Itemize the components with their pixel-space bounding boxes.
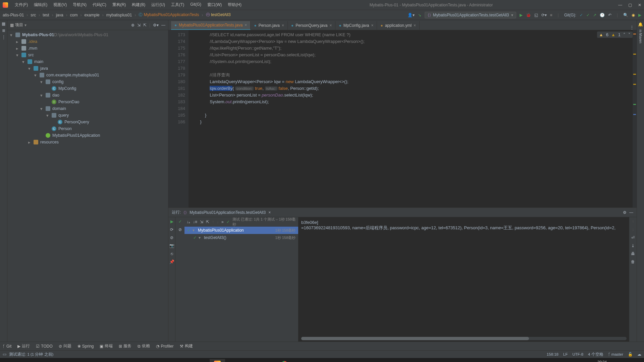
console-output[interactable]: b3fe06e]=1607369224819310593, name=后端程序员… [299, 217, 629, 342]
tree-node[interactable]: ▾Mybatis-Plus-01 D:\java\work\Mybatis-Pl… [7, 32, 168, 38]
tabs-more-button[interactable]: ⋮ [627, 25, 637, 30]
project-tool-button[interactable]: ▦ [2, 21, 5, 26]
bottom-tool-spring[interactable]: ❀Spring [77, 344, 94, 349]
vm-icon[interactable]: ▣ [243, 359, 259, 362]
sort-button[interactable]: ↓ₐ [186, 220, 190, 224]
intellij-icon[interactable] [210, 359, 225, 362]
breadcrumb-item[interactable]: atis-Plus-01 [3, 13, 24, 17]
search-everywhere-button[interactable]: 🔍 [623, 13, 628, 17]
close-tab-icon[interactable]: × [245, 23, 247, 27]
tree-node[interactable]: MybatisPlus01Application [7, 132, 168, 139]
app-icon-1[interactable]: ◉ [226, 359, 242, 362]
menu-item[interactable]: 运行(U) [149, 1, 168, 9]
menu-item[interactable]: 视图(V) [51, 1, 69, 9]
expand-all-button[interactable]: ⇲ [137, 23, 141, 27]
code-content[interactable]: //SELECT id,name,password,age,tel FROM u… [189, 30, 633, 207]
up-stack-button[interactable]: ↑ [632, 219, 634, 224]
ide-settings-button[interactable]: ◉ [632, 13, 635, 17]
menu-item[interactable]: 帮助(H) [225, 1, 244, 9]
editor-tab[interactable]: ●application.yml× [377, 21, 420, 30]
task-view-button[interactable]: ⧉ [36, 359, 51, 362]
error-stripe[interactable] [633, 30, 637, 207]
breadcrumb-item[interactable]: example [84, 13, 99, 17]
editor-tab[interactable]: ●Person.java× [251, 21, 288, 30]
editor-tab[interactable]: ●PersonQuery.java× [288, 21, 335, 30]
coverage-button[interactable]: ◱ [534, 13, 538, 17]
git-rollback-button[interactable]: ↶ [608, 13, 611, 17]
menu-item[interactable]: 导航(N) [70, 1, 89, 9]
tree-node[interactable]: ▾java [7, 65, 168, 72]
breadcrumb-item[interactable]: com [70, 13, 78, 17]
hide-button[interactable]: — [161, 23, 165, 27]
collapse-tests-button[interactable]: ⇱ [206, 220, 209, 224]
steam-icon[interactable]: ◉ [344, 359, 359, 362]
user-icon[interactable]: 👤▾ [408, 13, 415, 17]
tree-node[interactable]: ▸resources [7, 139, 168, 145]
line-separator[interactable]: LF [563, 352, 568, 356]
file-encoding[interactable]: UTF-8 [572, 352, 583, 356]
close-tab-icon[interactable]: × [329, 23, 332, 28]
lock-icon[interactable]: 🔓 [628, 352, 633, 357]
settings-gear-icon[interactable]: ⚙▾ [153, 23, 159, 27]
expand-tests-button[interactable]: ⇲ [200, 220, 203, 224]
breadcrumb-item[interactable]: src [31, 13, 36, 17]
build-hammer-icon[interactable]: ↘ [418, 13, 421, 17]
chrome-icon[interactable] [277, 359, 292, 362]
run-button[interactable]: ▶ [520, 13, 523, 17]
bottom-tool-todo[interactable]: ☑TODO [36, 344, 52, 349]
profile-button[interactable]: ⟳▾ [541, 13, 547, 17]
project-view-selector[interactable]: ▦项目▾ [10, 22, 26, 28]
git-history-button[interactable]: 🕐 [600, 13, 605, 17]
stop-button[interactable]: ■ [550, 13, 552, 17]
menu-item[interactable]: 重构(R) [110, 1, 129, 9]
tree-node[interactable]: ▾com.example.mybatisplus01 [7, 72, 168, 78]
bottom-tool-构建[interactable]: ⚒构建 [180, 343, 193, 349]
tree-node[interactable]: ▾dao [7, 92, 168, 99]
memory-icon[interactable]: ☁ [637, 352, 641, 357]
git-commit-button[interactable]: ✓ [586, 13, 590, 17]
clock[interactable]: 20:24 2022/12 [595, 360, 609, 362]
locate-button[interactable]: ⊕ [131, 23, 135, 27]
editor-tab[interactable]: ●MpConfig.java× [335, 21, 377, 30]
git-push-button[interactable]: ↗ [593, 13, 596, 17]
clear-button[interactable]: 🗑 [631, 259, 635, 264]
todo-icon[interactable]: ✓ [327, 359, 342, 362]
more-button[interactable]: » [221, 220, 224, 224]
notifications-button[interactable]: 🔔 [638, 22, 643, 27]
soft-wrap-button[interactable]: ⏎ [631, 235, 635, 240]
breadcrumb-item[interactable]: mybatisplus01 [106, 13, 132, 17]
exit-button[interactable]: ⎋ [171, 251, 173, 256]
dump-button[interactable]: 📷 [169, 243, 174, 248]
git-branch[interactable]: ᚶ master [608, 352, 623, 356]
pin-button[interactable]: 📌 [169, 259, 174, 264]
menu-item[interactable]: 编辑(E) [31, 1, 50, 9]
editor-tab[interactable]: ●MybatisPlus01ApplicationTests.java× [171, 21, 251, 30]
visio-icon[interactable]: V [310, 359, 326, 362]
system-tray[interactable]: ˄ ▭ ☁ 🔇 📶 英 20:24 2022/12 💬 CSDN @汤键. [551, 360, 642, 362]
start-button[interactable]: ⊞ [2, 359, 17, 362]
breadcrumb-item[interactable]: ⓜ testGetAll3 [206, 12, 231, 18]
close-tab-icon[interactable]: × [414, 23, 416, 28]
tree-node[interactable]: CPersonQuery [7, 119, 168, 125]
breadcrumb-item[interactable]: Ⓒ MybatisPlus01ApplicationTests [139, 12, 199, 18]
bottom-tool-运行[interactable]: ▶运行 [17, 343, 30, 349]
tree-node[interactable]: ▾main [7, 58, 168, 65]
collapse-all-button[interactable]: ⇱ [143, 23, 147, 27]
favorites-tool-button[interactable]: ⋮ [2, 35, 6, 40]
tree-node[interactable]: ▾src [7, 52, 168, 58]
eclipse-icon[interactable]: ◐ [193, 359, 208, 362]
indent-settings[interactable]: 4 个空格 [588, 352, 603, 357]
debug-button[interactable]: 🐞 [526, 13, 531, 17]
explorer-icon[interactable]: 📁 [377, 359, 393, 362]
print-button[interactable]: 🖶 [631, 251, 635, 256]
code-editor[interactable]: 1731741751761771781791801811821831841851… [168, 30, 637, 207]
tree-node[interactable]: ▾domain [7, 105, 168, 112]
scroll-end-button[interactable]: ⤓ [631, 243, 635, 248]
run-settings-gear-icon[interactable]: ⚙ [623, 210, 627, 215]
run-config-selector[interactable]: ⟨⟩ MybatisPlus01ApplicationTests.testGet… [425, 12, 516, 18]
tree-node[interactable]: ▾config [7, 78, 168, 85]
prev-highlight-button[interactable]: ˄ [623, 32, 626, 37]
terminal-icon[interactable]: ▪ [260, 359, 275, 362]
maven-tool-button[interactable]: m Maven [639, 29, 642, 43]
breadcrumb-item[interactable]: test [43, 13, 49, 17]
